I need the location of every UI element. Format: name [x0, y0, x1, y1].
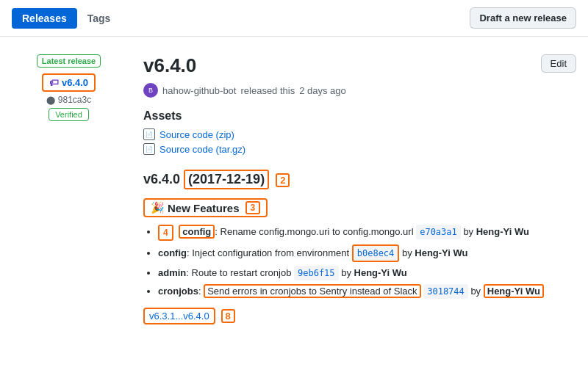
commit-type-admin: admin — [158, 267, 186, 278]
tag-ref[interactable]: 🏷 v6.4.0 — [42, 73, 96, 92]
commit-author-2: Heng-Yi Wu — [415, 247, 467, 258]
assets-title: Assets — [143, 109, 576, 123]
commit-hash-label: 981ca3c — [58, 95, 91, 105]
tags-tab[interactable]: Tags — [77, 8, 121, 29]
verified-badge: Verified — [49, 108, 89, 121]
source-zip-link[interactable]: 📄 Source code (zip) — [143, 128, 576, 140]
source-zip-label: Source code (zip) — [159, 129, 234, 140]
list-item: config: Inject configuration from enviro… — [158, 244, 576, 262]
tag-version-label: v6.4.0 — [62, 77, 88, 88]
assets-section: Assets 📄 Source code (zip) 📄 Source code… — [143, 109, 576, 155]
badge-4: 4 — [158, 225, 173, 241]
commit-author-3: Heng-Yi Wu — [354, 267, 407, 278]
list-item: 4 config: Rename config.mongo.uri to con… — [158, 225, 576, 241]
commit-author-1: Heng-Yi Wu — [476, 226, 529, 237]
release-meta: B hahow-github-bot released this 2 days … — [143, 83, 576, 98]
release-title: v6.4.0 — [143, 54, 196, 77]
badge-3: 3 — [245, 201, 261, 214]
releases-tab[interactable]: Releases — [12, 8, 77, 29]
commit-type-config2: config — [158, 247, 187, 258]
source-tar-link[interactable]: 📄 Source code (tar.gz) — [143, 143, 576, 155]
list-item: admin: Route to restart cronjob 9eb6f15 … — [158, 266, 576, 280]
top-navigation: Releases Tags Draft a new release — [0, 0, 588, 37]
release-body: v6.4.0 (2017-12-19) 2 🎉 New Features 3 4… — [143, 170, 576, 324]
badge-2: 2 — [276, 173, 290, 187]
commit-ref: ⬤ 981ca3c — [12, 95, 126, 105]
compare-section: v6.3.1...v6.4.0 8 — [143, 308, 576, 324]
release-version-date: v6.4.0 (2017-12-19) 2 — [143, 170, 576, 189]
release-detail: v6.4.0 Edit B hahow-github-bot released … — [143, 54, 576, 324]
edit-release-button[interactable]: Edit — [541, 54, 576, 73]
avatar: B — [143, 83, 158, 98]
commit-type-config1: config — [179, 225, 215, 239]
release-time: 2 days ago — [299, 85, 346, 96]
new-features-header: 🎉 New Features 3 — [143, 198, 268, 217]
tar-file-icon: 📄 — [143, 143, 155, 155]
version-prefix: v6.4.0 — [143, 172, 180, 186]
commit-hash-b0e8ec4[interactable]: b0e8ec4 — [352, 244, 400, 262]
draft-release-button[interactable]: Draft a new release — [470, 7, 576, 29]
list-item: cronjobs: Send errors in cronjobs to Sen… — [158, 284, 576, 299]
commit-icon: ⬤ — [46, 95, 55, 105]
commit-hash-3018744[interactable]: 3018744 — [423, 284, 468, 299]
nav-tabs: Releases Tags — [12, 8, 121, 29]
release-user: hahow-github-bot — [162, 85, 236, 96]
compare-link[interactable]: v6.3.1...v6.4.0 — [143, 308, 215, 324]
main-content: Latest release 🏷 v6.4.0 ⬤ 981ca3c Verifi… — [0, 37, 588, 342]
party-icon: 🎉 — [151, 201, 165, 214]
commit-hash-9eb6f15[interactable]: 9eb6f15 — [294, 266, 339, 280]
changelog-list: 4 config: Rename config.mongo.uri to con… — [143, 225, 576, 299]
source-tar-label: Source code (tar.gz) — [159, 144, 245, 155]
new-features-label: New Features — [168, 202, 240, 214]
version-date: (2017-12-19) — [184, 170, 269, 189]
zip-file-icon: 📄 — [143, 128, 155, 140]
commit-hash-e70a3a1[interactable]: e70a3a1 — [416, 225, 461, 239]
release-sidebar: Latest release 🏷 v6.4.0 ⬤ 981ca3c Verifi… — [12, 54, 126, 324]
tag-icon: 🏷 — [49, 77, 59, 88]
release-header: v6.4.0 Edit — [143, 54, 576, 77]
badge-8: 8 — [221, 309, 235, 323]
commit-type-cronjobs: cronjobs — [158, 286, 198, 297]
commit-desc-4: Send errors in cronjobs to Sentry instea… — [204, 284, 420, 298]
latest-release-badge: Latest release — [37, 54, 101, 68]
commit-author-4: Heng-Yi Wu — [484, 284, 544, 298]
release-action: released this — [240, 85, 295, 96]
